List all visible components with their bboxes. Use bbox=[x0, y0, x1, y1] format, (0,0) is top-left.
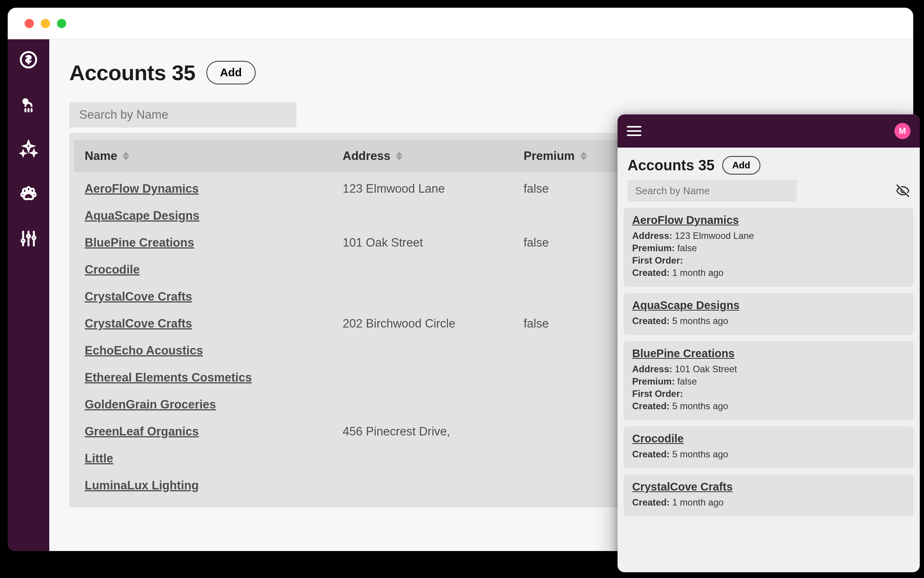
avatar[interactable]: M bbox=[894, 123, 911, 139]
account-link[interactable]: Little bbox=[85, 452, 113, 465]
address-cell: 456 Pinecrest Drive, bbox=[343, 425, 524, 439]
sort-icon bbox=[396, 152, 403, 160]
card-premium: Premium: false bbox=[632, 376, 905, 387]
account-link[interactable]: CrystalCove Crafts bbox=[85, 290, 192, 303]
svg-point-7 bbox=[22, 239, 25, 242]
mobile-topbar: M bbox=[618, 114, 920, 148]
sidebar bbox=[8, 39, 49, 551]
page-title: Accounts 35 bbox=[69, 60, 196, 85]
minimize-window-icon[interactable] bbox=[41, 19, 50, 28]
search-input[interactable] bbox=[69, 102, 296, 128]
address-cell: 202 Birchwood Circle bbox=[343, 317, 524, 331]
card-created: Created: 5 months ago bbox=[632, 449, 905, 460]
card-first-order: First Order: bbox=[632, 255, 905, 266]
account-link[interactable]: CrystalCove Crafts bbox=[85, 317, 192, 330]
account-link[interactable]: LuminaLux Lighting bbox=[85, 479, 199, 492]
card-created: Created: 5 months ago bbox=[632, 401, 905, 412]
card-title-link[interactable]: Crocodile bbox=[632, 432, 684, 445]
svg-point-9 bbox=[32, 236, 35, 239]
account-card[interactable]: BluePine CreationsAddress: 101 Oak Stree… bbox=[624, 341, 914, 420]
address-cell: 101 Oak Street bbox=[343, 236, 524, 250]
card-address: Address: 101 Oak Street bbox=[632, 364, 905, 375]
account-link[interactable]: AeroFlow Dynamics bbox=[85, 182, 199, 195]
account-link[interactable]: Crocodile bbox=[85, 263, 140, 276]
account-link[interactable]: EchoEcho Acoustics bbox=[85, 344, 203, 357]
sort-icon bbox=[122, 152, 129, 160]
dollar-icon[interactable] bbox=[18, 49, 39, 70]
card-title-link[interactable]: AeroFlow Dynamics bbox=[632, 214, 739, 227]
mobile-page-title: Accounts 35 bbox=[628, 157, 715, 174]
svg-point-3 bbox=[27, 187, 30, 191]
account-card[interactable]: CrocodileCreated: 5 months ago bbox=[624, 426, 914, 468]
card-title-link[interactable]: BluePine Creations bbox=[632, 347, 735, 360]
paw-icon[interactable] bbox=[18, 183, 39, 204]
sort-icon bbox=[580, 152, 587, 160]
card-address: Address: 123 Elmwood Lane bbox=[632, 230, 905, 241]
card-created: Created: 1 month ago bbox=[632, 497, 905, 508]
card-title-link[interactable]: CrystalCove Crafts bbox=[632, 481, 733, 493]
mobile-add-button[interactable]: Add bbox=[722, 156, 760, 175]
add-button[interactable]: Add bbox=[206, 61, 256, 84]
card-premium: Premium: false bbox=[632, 243, 905, 254]
account-link[interactable]: Ethereal Elements Cosmetics bbox=[85, 371, 252, 384]
window-titlebar bbox=[8, 8, 913, 39]
maximize-window-icon[interactable] bbox=[57, 19, 66, 28]
account-card[interactable]: CrystalCove CraftsCreated: 1 month ago bbox=[624, 474, 914, 516]
sparkles-icon[interactable] bbox=[18, 139, 39, 160]
mobile-search-input[interactable] bbox=[628, 180, 797, 202]
account-card[interactable]: AeroFlow DynamicsAddress: 123 Elmwood La… bbox=[624, 208, 914, 287]
card-first-order: First Order: bbox=[632, 388, 905, 399]
sliders-icon[interactable] bbox=[18, 228, 39, 249]
visibility-off-icon[interactable] bbox=[896, 184, 910, 198]
hamburger-icon[interactable] bbox=[627, 126, 641, 136]
account-link[interactable]: AquaScape Designs bbox=[85, 209, 199, 222]
close-window-icon[interactable] bbox=[25, 19, 34, 28]
card-title-link[interactable]: AquaScape Designs bbox=[632, 299, 740, 312]
card-created: Created: 1 month ago bbox=[632, 267, 905, 278]
column-address[interactable]: Address bbox=[343, 149, 524, 163]
account-link[interactable]: GoldenGrain Groceries bbox=[85, 398, 216, 411]
traffic-lights bbox=[25, 19, 66, 28]
column-name[interactable]: Name bbox=[85, 149, 343, 163]
card-created: Created: 5 months ago bbox=[632, 316, 905, 326]
account-card[interactable]: AquaScape DesignsCreated: 5 months ago bbox=[624, 293, 914, 335]
address-cell: 123 Elmwood Lane bbox=[343, 182, 524, 196]
account-link[interactable]: GreenLeaf Organics bbox=[85, 425, 199, 438]
account-link[interactable]: BluePine Creations bbox=[85, 236, 194, 249]
mobile-preview: M Accounts 35 Add AeroFlow DynamicsAddre… bbox=[618, 114, 920, 572]
weather-icon[interactable] bbox=[18, 94, 39, 115]
svg-point-8 bbox=[27, 235, 30, 238]
